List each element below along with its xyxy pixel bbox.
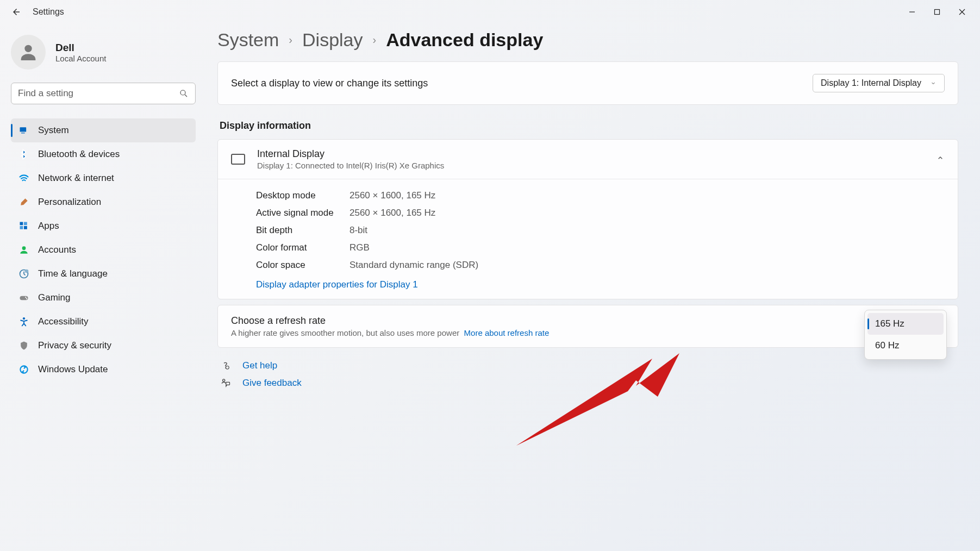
detail-row: Desktop mode2560 × 1600, 165 Hz — [256, 187, 945, 204]
search-box[interactable] — [11, 83, 196, 104]
svg-rect-7 — [20, 127, 27, 132]
annotation-arrow — [511, 337, 696, 456]
display-subtitle: Display 1: Connected to Intel(R) Iris(R)… — [257, 161, 444, 170]
avatar — [11, 35, 46, 70]
svg-point-17 — [25, 297, 26, 298]
display-info-card: Internal Display Display 1: Connected to… — [217, 139, 958, 299]
svg-rect-1 — [935, 10, 940, 15]
nav-item-bluetooth-devices[interactable]: Bluetooth & devices — [11, 142, 196, 166]
nav-item-personalization[interactable]: Personalization — [11, 190, 196, 214]
svg-point-20 — [20, 366, 27, 373]
nav-item-privacy-security[interactable]: Privacy & security — [11, 334, 196, 358]
close-icon — [959, 9, 965, 15]
minimize-button[interactable] — [900, 4, 925, 20]
breadcrumb-display[interactable]: Display — [302, 29, 363, 51]
nav-item-windows-update[interactable]: Windows Update — [11, 358, 196, 381]
svg-rect-11 — [20, 226, 23, 229]
nav-item-label: Apps — [38, 221, 59, 231]
nav-item-label: Network & internet — [38, 173, 114, 184]
svg-line-6 — [185, 95, 187, 97]
brush-icon — [18, 197, 29, 208]
detail-value: 8-bit — [349, 225, 367, 236]
nav-item-system[interactable]: System — [11, 118, 196, 142]
nav-item-label: Bluetooth & devices — [38, 149, 120, 160]
svg-point-4 — [24, 45, 32, 52]
get-help-link[interactable]: Get help — [242, 360, 277, 371]
svg-rect-12 — [24, 226, 27, 229]
svg-point-23 — [223, 379, 225, 381]
nav-item-accounts[interactable]: Accounts — [11, 238, 196, 262]
arrow-left-icon — [11, 7, 21, 17]
search-input[interactable] — [18, 88, 179, 99]
nav-item-label: Privacy & security — [38, 340, 111, 351]
user-account-box[interactable]: Dell Local Account — [11, 35, 196, 70]
refresh-rate-card: Choose a refresh rate A higher rate give… — [217, 305, 958, 348]
collapse-button[interactable] — [936, 154, 945, 165]
breadcrumb-current: Advanced display — [386, 29, 543, 51]
give-feedback-link[interactable]: Give feedback — [242, 378, 302, 389]
accessibility-icon — [18, 316, 29, 327]
select-display-prompt: Select a display to view or change its s… — [231, 78, 428, 89]
give-feedback-row[interactable]: Give feedback — [217, 377, 958, 389]
detail-row: Active signal mode2560 × 1600, 165 Hz — [256, 204, 945, 222]
more-about-refresh-link[interactable]: More about refresh rate — [464, 328, 550, 337]
search-icon — [179, 89, 189, 98]
svg-rect-9 — [20, 222, 23, 226]
svg-rect-16 — [20, 296, 28, 300]
nav-item-time-language[interactable]: Time & language — [11, 262, 196, 286]
svg-point-18 — [26, 298, 27, 299]
content-area: System › Display › Advanced display Sele… — [207, 24, 980, 551]
detail-label: Active signal mode — [256, 208, 349, 218]
detail-value: Standard dynamic range (SDR) — [349, 260, 478, 271]
nav-item-label: Time & language — [38, 268, 108, 279]
chevron-up-icon — [936, 154, 945, 162]
svg-rect-24 — [226, 382, 230, 385]
nav-item-apps[interactable]: Apps — [11, 214, 196, 238]
get-help-row[interactable]: Get help — [217, 360, 958, 372]
chevron-right-icon: › — [373, 34, 377, 46]
breadcrumb: System › Display › Advanced display — [217, 29, 958, 51]
nav-item-label: Personalization — [38, 197, 101, 208]
titlebar: Settings — [0, 0, 980, 24]
monitor-icon — [231, 154, 245, 165]
detail-row: Color formatRGB — [256, 239, 945, 256]
detail-row: Color spaceStandard dynamic range (SDR) — [256, 256, 945, 274]
wifi-icon — [18, 173, 29, 184]
user-account-type: Local Account — [55, 54, 106, 63]
refresh-option-60-Hz[interactable]: 60 Hz — [867, 335, 944, 356]
refresh-rate-title: Choose a refresh rate — [231, 315, 549, 327]
nav-list: SystemBluetooth & devicesNetwork & inter… — [11, 118, 196, 381]
nav-item-network-internet[interactable]: Network & internet — [11, 166, 196, 190]
nav-item-gaming[interactable]: Gaming — [11, 286, 196, 310]
detail-label: Color format — [256, 242, 349, 253]
display-adapter-properties-link[interactable]: Display adapter properties for Display 1 — [256, 279, 418, 290]
breadcrumb-system[interactable]: System — [217, 29, 279, 51]
help-icon — [220, 360, 232, 372]
svg-rect-8 — [21, 133, 25, 133]
display-selector-dropdown[interactable]: Display 1: Internal Display — [813, 74, 945, 92]
maximize-button[interactable] — [925, 4, 950, 20]
svg-point-19 — [23, 317, 25, 320]
display-details: Desktop mode2560 × 1600, 165 HzActive si… — [218, 179, 958, 299]
display-info-header[interactable]: Internal Display Display 1: Connected to… — [218, 140, 958, 179]
svg-point-15 — [25, 270, 29, 273]
clock-icon — [18, 268, 29, 279]
feedback-icon — [220, 377, 232, 389]
refresh-option-165-Hz[interactable]: 165 Hz — [867, 313, 944, 335]
refresh-rate-subtitle: A higher rate gives smoother motion, but… — [231, 328, 549, 337]
close-button[interactable] — [950, 4, 975, 20]
update-icon — [18, 364, 29, 375]
detail-value: RGB — [349, 242, 370, 253]
refresh-rate-flyout: 165 Hz60 Hz — [864, 310, 947, 360]
gamepad-icon — [18, 292, 29, 303]
nav-item-accessibility[interactable]: Accessibility — [11, 310, 196, 334]
window-title: Settings — [33, 7, 64, 17]
select-display-card: Select a display to view or change its s… — [217, 61, 958, 105]
section-display-information: Display information — [220, 120, 958, 132]
detail-label: Desktop mode — [256, 190, 349, 201]
user-name: Dell — [55, 42, 106, 54]
detail-value: 2560 × 1600, 165 Hz — [349, 190, 435, 201]
back-button[interactable] — [5, 1, 27, 23]
svg-rect-10 — [24, 222, 27, 226]
bluetooth-icon — [18, 149, 29, 160]
